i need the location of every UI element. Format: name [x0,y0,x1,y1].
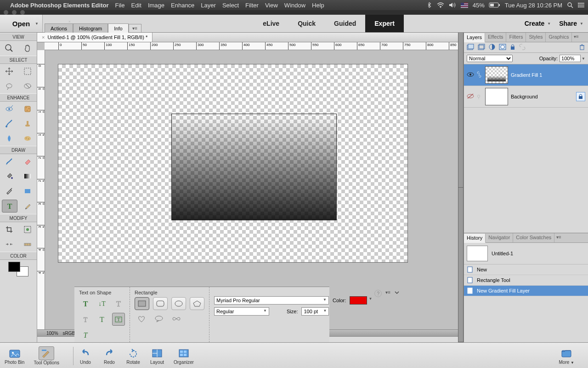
collapse-panel-icon[interactable] [394,290,400,296]
help-icon[interactable]: ? [374,290,382,297]
eyedropper-tool[interactable] [2,185,17,197]
tool-options-button[interactable]: Tool Options [34,346,59,365]
vertical-ruler[interactable]: 05 01 01 52 02 53 03 54 04 5 [37,50,45,329]
layout-button[interactable]: Layout [150,347,164,365]
more-button[interactable]: More ▼ [559,347,575,365]
menu-select[interactable]: Select [222,2,239,9]
content-aware-tool[interactable] [2,238,17,250]
clock[interactable]: Tue Aug 28 10:26 PM [505,2,562,9]
type-warp-icon[interactable]: T [79,328,92,341]
tab-graphics[interactable]: Graphics [546,33,572,42]
layer-thumbnail[interactable] [485,88,508,105]
minimize-window-button[interactable] [12,10,17,15]
visibility-off-icon[interactable] [467,93,474,100]
blend-mode-select[interactable]: Normal [467,55,513,62]
gradient-tool[interactable] [20,170,35,182]
horizontal-ruler[interactable]: 0501001502002503003504004505005506006507… [45,42,458,50]
menu-edit[interactable]: Edit [131,2,141,9]
gradient-fill-shape[interactable] [171,114,337,220]
spotlight-icon[interactable] [567,2,573,8]
wifi-icon[interactable] [437,2,444,8]
font-family-select[interactable]: Myriad Pro Regular [214,296,329,305]
tab-histogram[interactable]: Histogram [73,23,108,33]
mode-guided[interactable]: Guided [325,15,365,32]
color-swatches[interactable] [8,262,28,276]
type-on-path-icon[interactable]: T [96,313,108,326]
tab-info[interactable]: Info [108,23,128,33]
mode-expert[interactable]: Expert [365,15,404,32]
tab-color-swatches[interactable]: Color Swatches [513,233,554,242]
hand-tool[interactable] [20,42,35,54]
crop-tool[interactable] [2,224,17,236]
menu-image[interactable]: Image [148,2,164,9]
paint-bucket-tool[interactable] [2,170,17,182]
history-item-new[interactable]: New [464,264,588,275]
straighten-tool[interactable] [20,238,35,250]
menu-filter[interactable]: Filter [245,2,259,9]
font-size-select[interactable]: 100 pt [301,307,329,316]
quick-select-tool[interactable] [20,80,35,92]
spot-heal-tool[interactable] [20,103,35,115]
layer-background[interactable]: ⚲ Background [464,86,588,108]
font-style-select[interactable]: Regular [214,307,269,316]
new-group-icon[interactable] [478,44,485,51]
shape-talk-bubble[interactable] [152,313,166,325]
horizontal-type-icon[interactable]: T [79,297,92,310]
document-tab[interactable]: ×Untitled-1 @ 100% (Gradient Fill 1, RGB… [37,33,153,42]
shape-ellipse[interactable] [171,297,186,310]
text-color-swatch[interactable] [350,296,367,305]
tab-filters[interactable]: Filters [506,33,526,42]
tab-layers[interactable]: Layers [464,33,485,42]
zoom-tool[interactable] [2,42,17,54]
volume-icon[interactable] [449,2,456,8]
menu-window[interactable]: Window [284,2,305,9]
redeye-tool[interactable] [2,103,17,115]
zoom-window-button[interactable] [20,10,25,15]
smart-brush-tool[interactable] [2,118,17,130]
chevron-down-icon[interactable]: ▼ [582,57,585,61]
panel-menu-icon[interactable]: ▾≡ [554,233,563,242]
sponge-tool[interactable] [20,132,35,144]
recompose-tool[interactable] [20,224,35,236]
bluetooth-icon[interactable] [428,2,432,8]
shape-heart[interactable] [135,313,148,325]
panel-collapse-strip[interactable] [458,33,464,342]
layer-thumbnail[interactable] [485,66,508,84]
tab-navigator[interactable]: Navigator [486,233,513,242]
pencil-tool[interactable] [21,200,35,212]
zoom-level[interactable]: 100% [46,331,58,336]
opacity-value[interactable]: 100% [560,55,581,62]
shape-tool[interactable] [20,185,35,197]
eraser-tool[interactable] [20,155,35,167]
rotate-button[interactable]: Rotate [126,347,141,365]
redo-button[interactable]: Redo [102,347,117,365]
adjustment-layer-icon[interactable] [489,44,495,51]
layer-gradient-fill-1[interactable]: Gradient Fill 1 [464,64,588,86]
visibility-icon[interactable] [467,72,474,78]
shape-rounded-rect[interactable] [153,297,168,310]
close-icon[interactable]: × [68,19,71,24]
undo-button[interactable]: Undo [78,347,93,365]
lock-icon[interactable] [576,92,585,101]
vertical-type-icon[interactable]: ↓T [96,297,108,310]
menu-extras-icon[interactable] [578,2,584,8]
menu-enhance[interactable]: Enhance [171,2,194,9]
mode-quick[interactable]: Quick [288,15,325,32]
tab-styles[interactable]: Styles [526,33,546,42]
shape-butterfly[interactable] [170,313,183,325]
photo-bin-button[interactable]: Photo Bin [5,347,24,365]
mode-elive[interactable]: eLive [254,15,288,32]
tab-history[interactable]: History [464,234,486,243]
open-button[interactable]: Open [0,15,43,32]
brush-tool[interactable] [2,155,17,167]
type-mask-icon[interactable]: T [112,297,125,310]
delete-layer-icon[interactable] [579,44,585,51]
shape-rectangle[interactable] [135,297,149,310]
link-icon[interactable] [477,71,482,79]
input-flag-icon[interactable] [461,3,468,8]
panel-menu-icon[interactable]: ▾≡ [129,24,141,32]
move-tool[interactable] [2,65,17,77]
history-item-rectangle[interactable]: Rectangle Tool [464,275,588,286]
foreground-color[interactable] [8,262,20,272]
type-tool[interactable]: T [2,200,17,213]
